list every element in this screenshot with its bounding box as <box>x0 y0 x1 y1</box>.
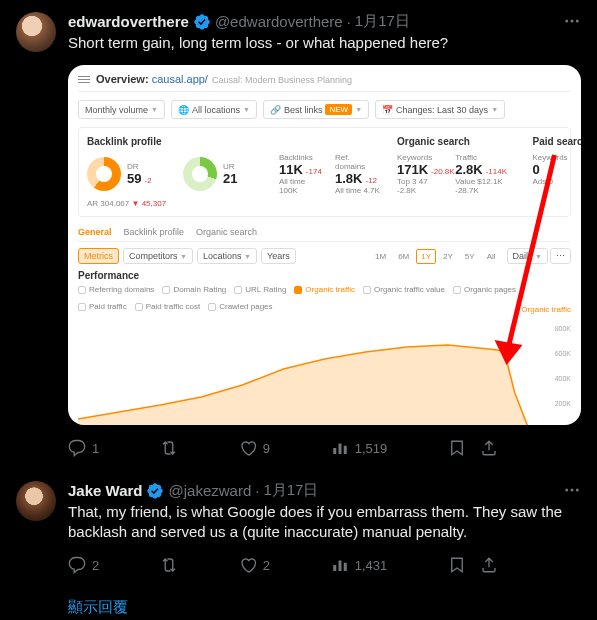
more-icon: ⋯ <box>550 248 571 264</box>
filter-bar: Monthly volume▼ 🌐 All locations▼ 🔗 Best … <box>78 100 571 119</box>
filter-changes: 📅 Changes: Last 30 days▼ <box>375 100 505 119</box>
bookmark-button[interactable] <box>448 556 466 574</box>
tab-organic: Organic search <box>196 227 257 237</box>
dashboard-header: Overview: causal.app/Causal: Modern Busi… <box>78 73 571 92</box>
tab-backlink: Backlink profile <box>124 227 185 237</box>
verified-badge-icon <box>193 13 211 31</box>
separator: · <box>255 482 259 499</box>
svg-point-10 <box>576 489 579 492</box>
share-button[interactable] <box>480 439 498 457</box>
svg-rect-6 <box>338 444 341 455</box>
show-replies-link[interactable]: 顯示回覆 <box>0 586 597 620</box>
svg-point-8 <box>565 489 568 492</box>
retweet-button[interactable] <box>160 556 178 574</box>
display-name[interactable]: Jake Ward <box>68 482 142 499</box>
date[interactable]: 1月17日 <box>355 12 410 31</box>
metrics-panel: Backlink profile DR 59-2 <box>78 127 571 217</box>
y-axis-label: Organic traffic <box>521 305 571 314</box>
embedded-image[interactable]: Overview: causal.app/Causal: Modern Busi… <box>68 65 581 425</box>
dr-donut-icon <box>87 157 121 191</box>
overview-label: Overview: <box>96 73 149 85</box>
tweet-actions: 1 9 1,519 <box>68 439 498 457</box>
sub-tabs: Metrics Competitors ▼ Locations ▼ Years … <box>78 248 571 264</box>
main-tabs: General Backlink profile Organic search <box>78 227 571 242</box>
reply-button[interactable]: 1 <box>68 439 99 457</box>
svg-point-2 <box>576 20 579 23</box>
svg-rect-5 <box>333 448 336 454</box>
overview-domain: causal.app/ <box>152 73 208 85</box>
avatar[interactable] <box>16 481 56 521</box>
performance-title: Performance <box>78 270 571 281</box>
svg-point-1 <box>571 20 574 23</box>
tweet-text: That, my friend, is what Google does if … <box>68 502 581 542</box>
more-icon[interactable] <box>563 481 581 499</box>
tweet-header: Jake Ward @jakezward · 1月17日 <box>68 481 581 500</box>
separator: · <box>347 13 351 30</box>
more-icon[interactable] <box>563 12 581 30</box>
handle[interactable]: @edwardoverthere <box>215 13 343 30</box>
backlink-title: Backlink profile <box>87 136 381 147</box>
date[interactable]: 1月17日 <box>263 481 318 500</box>
subtab-metrics: Metrics <box>78 248 119 264</box>
retweet-button[interactable] <box>160 439 178 457</box>
reply-button[interactable]: 2 <box>68 556 99 574</box>
tweet-actions: 2 2 1,431 <box>68 556 498 574</box>
share-button[interactable] <box>480 556 498 574</box>
views-button[interactable]: 1,519 <box>331 439 388 457</box>
metric-checkboxes: Referring domains Domain Rating URL Rati… <box>78 285 571 311</box>
svg-rect-11 <box>333 565 336 571</box>
subtab-locations: Locations ▼ <box>197 248 257 264</box>
subtab-years: Years <box>261 248 296 264</box>
avatar[interactable] <box>16 12 56 52</box>
filter-links: 🔗 Best links NEW▼ <box>263 100 369 119</box>
overview-subtitle: Causal: Modern Business Planning <box>212 75 352 85</box>
paid-title: Paid search <box>532 136 581 147</box>
svg-point-9 <box>571 489 574 492</box>
svg-point-0 <box>565 20 568 23</box>
like-button[interactable]: 2 <box>239 556 270 574</box>
display-name[interactable]: edwardoverthere <box>68 13 189 30</box>
svg-rect-12 <box>338 561 341 572</box>
subtab-competitors: Competitors ▼ <box>123 248 193 264</box>
svg-rect-7 <box>343 446 346 454</box>
tab-general: General <box>78 227 112 237</box>
verified-badge-icon <box>146 482 164 500</box>
range-buttons: 1M 6M 1Y 2Y 5Y All Daily ▼ ⋯ <box>370 248 571 264</box>
handle[interactable]: @jakezward <box>168 482 251 499</box>
chart: Organic traffic 800K 600K 400K 200K 0 <box>78 317 571 425</box>
filter-locations: 🌐 All locations▼ <box>171 100 257 119</box>
tweet[interactable]: edwardoverthere @edwardoverthere · 1月17日… <box>0 0 597 469</box>
tweet-header: edwardoverthere @edwardoverthere · 1月17日 <box>68 12 581 31</box>
ur-donut-icon <box>183 157 217 191</box>
organic-title: Organic search <box>397 136 516 147</box>
hamburger-icon <box>78 76 90 83</box>
views-button[interactable]: 1,431 <box>331 556 388 574</box>
svg-rect-13 <box>343 563 346 571</box>
tweet[interactable]: Jake Ward @jakezward · 1月17日 That, my fr… <box>0 469 597 586</box>
bookmark-button[interactable] <box>448 439 466 457</box>
filter-monthly: Monthly volume▼ <box>78 100 165 119</box>
like-button[interactable]: 9 <box>239 439 270 457</box>
tweet-text: Short term gain, long term loss - or wha… <box>68 33 581 53</box>
